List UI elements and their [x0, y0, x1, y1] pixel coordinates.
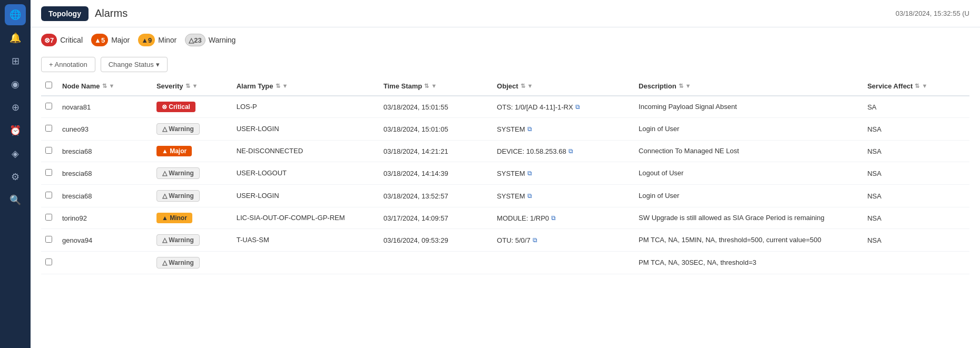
cell-severity: △ Warning	[152, 162, 232, 185]
cell-node-name: brescia68	[58, 162, 152, 185]
external-link-icon[interactable]: ⧉	[527, 192, 532, 200]
cell-object: SYSTEM⧉	[493, 185, 634, 207]
row-checkbox[interactable]	[45, 169, 52, 176]
row-checkbox[interactable]	[45, 147, 52, 154]
annotation-button[interactable]: + Annotation	[41, 57, 95, 72]
cell-description: Login of User	[634, 185, 863, 207]
cell-node-name: novara81	[58, 96, 152, 118]
row-checkbox[interactable]	[45, 258, 52, 265]
external-link-icon[interactable]: ⧉	[527, 125, 532, 133]
cell-time-stamp: 03/16/2024, 09:53:29	[379, 229, 493, 252]
severity-badge: △ Warning	[156, 257, 200, 269]
sidebar-icon-gear[interactable]: ⚙	[5, 166, 26, 187]
filter-description-icon[interactable]: ▼	[685, 83, 691, 89]
cell-description: Login of User	[634, 118, 863, 141]
object-cell-content: OTU: 5/0/7⧉	[497, 236, 630, 244]
sort-service-affect-icon[interactable]: ⇅	[915, 83, 919, 90]
cell-alarm-type: NE-DISCONNECTED	[232, 141, 379, 162]
summary-bar: ⊗ 7 Critical ▲ 5 Major ▲ 9 Minor △ 23 Wa…	[31, 27, 980, 53]
table-row: △ WarningPM TCA, NA, 30SEC, NA, threshol…	[41, 252, 969, 274]
table-row: brescia68△ WarningUSER-LOGIN03/18/2024, …	[41, 185, 969, 207]
row-checkbox-cell	[41, 162, 58, 185]
select-all-checkbox[interactable]	[45, 82, 52, 88]
sidebar-icon-grid[interactable]: ⊞	[5, 51, 26, 72]
external-link-icon[interactable]: ⧉	[533, 236, 537, 244]
sidebar-icon-alert[interactable]: 🔔	[5, 27, 26, 48]
row-checkbox-cell	[41, 185, 58, 207]
select-all-col	[41, 76, 58, 96]
filter-time-stamp-icon[interactable]: ▼	[431, 83, 437, 89]
cell-service-affect: NSA	[863, 185, 969, 207]
object-cell-content: MODULE: 1/RP0⧉	[497, 214, 630, 222]
row-checkbox[interactable]	[45, 214, 52, 221]
major-label: Major	[111, 36, 130, 44]
row-checkbox-cell	[41, 207, 58, 229]
sort-time-stamp-icon[interactable]: ⇅	[424, 83, 429, 90]
sort-object-icon[interactable]: ⇅	[521, 83, 525, 90]
sort-description-icon[interactable]: ⇅	[679, 83, 683, 90]
sidebar-icon-alarm[interactable]: ⏰	[5, 120, 26, 141]
table-body: novara81⊗ CriticalLOS-P03/18/2024, 15:01…	[41, 96, 969, 274]
table-row: genova94△ WarningT-UAS-SM03/16/2024, 09:…	[41, 229, 969, 252]
cell-node-name: brescia68	[58, 185, 152, 207]
cell-time-stamp: 03/17/2024, 14:09:57	[379, 207, 493, 229]
critical-badge[interactable]: ⊗ 7 Critical	[41, 34, 83, 46]
row-checkbox-cell	[41, 229, 58, 252]
cell-service-affect	[863, 252, 969, 274]
object-text: SYSTEM	[497, 192, 525, 200]
row-checkbox[interactable]	[45, 192, 52, 198]
cell-severity: ▲ Major	[152, 141, 232, 162]
cell-time-stamp: 03/18/2024, 15:01:05	[379, 118, 493, 141]
sort-severity-icon[interactable]: ⇅	[185, 83, 190, 90]
sidebar-icon-add-circle[interactable]: ⊕	[5, 97, 26, 118]
cell-node-name: torino92	[58, 207, 152, 229]
row-checkbox[interactable]	[45, 125, 52, 132]
sidebar-icon-globe[interactable]: 🌐	[5, 4, 26, 25]
col-description: Description ⇅ ▼	[634, 76, 863, 96]
filter-object-icon[interactable]: ▼	[527, 83, 533, 89]
cell-object	[493, 252, 634, 274]
filter-node-name-icon[interactable]: ▼	[109, 83, 115, 89]
cell-alarm-type: LIC-SIA-OUT-OF-COMPL-GP-REM	[232, 207, 379, 229]
external-link-icon[interactable]: ⧉	[551, 214, 556, 222]
cell-description: PM TCA, NA, 15MIN, NA, threshold=500, cu…	[634, 229, 863, 252]
sidebar-icon-circle[interactable]: ◉	[5, 74, 26, 95]
row-checkbox-cell	[41, 252, 58, 274]
cell-time-stamp: 03/18/2024, 13:52:57	[379, 185, 493, 207]
external-link-icon[interactable]: ⧉	[569, 147, 573, 155]
filter-service-affect-icon[interactable]: ▼	[922, 83, 927, 89]
header-left: Topology Alarms	[41, 6, 128, 21]
cell-node-name: genova94	[58, 229, 152, 252]
object-cell-content: SYSTEM⧉	[497, 170, 630, 177]
sort-node-name-icon[interactable]: ⇅	[102, 83, 107, 90]
topology-button[interactable]: Topology	[41, 6, 89, 21]
severity-badge: ▲ Major	[156, 146, 192, 156]
critical-label: Critical	[60, 36, 83, 44]
cell-service-affect: NSA	[863, 162, 969, 185]
row-checkbox[interactable]	[45, 236, 52, 243]
change-status-button[interactable]: Change Status ▾	[101, 57, 168, 72]
severity-badge: ▲ Minor	[156, 213, 192, 223]
table-header-row: Node Name ⇅ ▼ Severity ⇅ ▼	[41, 76, 969, 96]
sort-alarm-type-icon[interactable]: ⇅	[276, 83, 280, 90]
table-container: Node Name ⇅ ▼ Severity ⇅ ▼	[31, 76, 980, 348]
severity-badge: △ Warning	[156, 167, 200, 179]
major-count: ▲ 5	[91, 34, 108, 46]
col-alarm-type: Alarm Type ⇅ ▼	[232, 76, 379, 96]
severity-badge: △ Warning	[156, 234, 200, 246]
row-checkbox[interactable]	[45, 103, 52, 110]
warning-badge[interactable]: △ 23 Warning	[185, 34, 236, 46]
external-link-icon[interactable]: ⧉	[527, 170, 532, 177]
cell-alarm-type: USER-LOGIN	[232, 185, 379, 207]
sidebar-icon-search[interactable]: 🔍	[5, 190, 26, 211]
minor-badge[interactable]: ▲ 9 Minor	[138, 34, 177, 46]
external-link-icon[interactable]: ⧉	[575, 103, 580, 111]
cell-service-affect: NSA	[863, 229, 969, 252]
filter-severity-icon[interactable]: ▼	[192, 83, 198, 89]
cell-alarm-type: USER-LOGOUT	[232, 162, 379, 185]
sidebar-icon-layers[interactable]: ◈	[5, 143, 26, 164]
filter-alarm-type-icon[interactable]: ▼	[282, 83, 288, 89]
cell-alarm-type: USER-LOGIN	[232, 118, 379, 141]
cell-severity: △ Warning	[152, 118, 232, 141]
major-badge[interactable]: ▲ 5 Major	[91, 34, 130, 46]
